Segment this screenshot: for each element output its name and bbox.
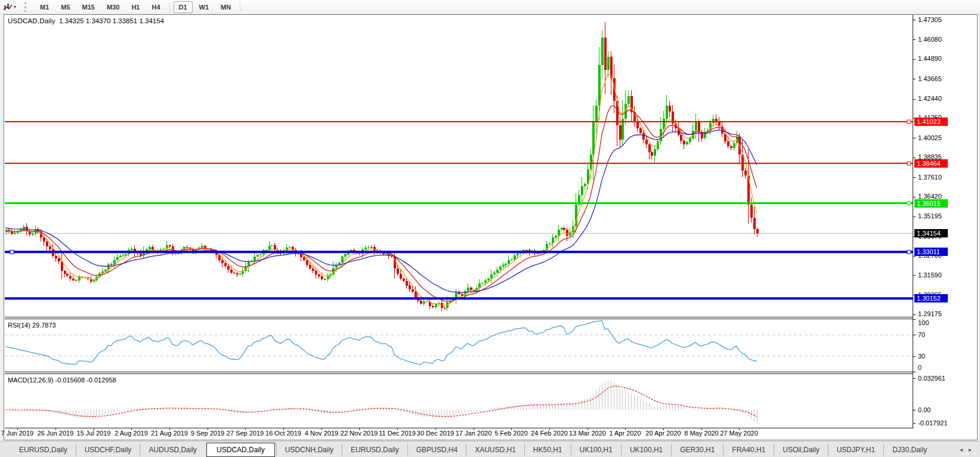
tab-ger30-h1-11[interactable]: GER30,H1: [671, 443, 723, 456]
price-tick-label: 1.29175: [918, 310, 942, 318]
pane-divider[interactable]: [5, 372, 913, 372]
dropdown-caret-icon[interactable]: ▾: [14, 4, 21, 10]
tab-gbpusd-h4-6[interactable]: GBPUSD,H4: [407, 443, 466, 456]
price-tick-label: 1.43665: [918, 75, 942, 83]
rsi-pane[interactable]: [5, 319, 913, 372]
hline-price-label: 1.36015: [914, 199, 948, 208]
ma-5: [6, 74, 757, 305]
rsi-line: [6, 320, 757, 365]
price-tick-label: 1.44890: [918, 55, 942, 63]
symbol-tab-bar: EURUSD,DailyUSDCHF,DailyAUDUSD,DailyUSDC…: [0, 441, 980, 457]
price-tick: [913, 256, 916, 257]
price-tick: [913, 39, 916, 40]
rsi-tick: [913, 319, 916, 320]
date-label: 24 Feb 2020: [531, 430, 568, 437]
date-label: 17 Jan 2020: [456, 430, 492, 437]
tab-hk50-h1-8[interactable]: HK50,H1: [524, 443, 571, 456]
pane-divider: [5, 319, 913, 319]
date-axis-separator: [5, 428, 913, 428]
timeframe-button-h4[interactable]: H4: [146, 1, 165, 13]
price-tick: [913, 59, 916, 60]
pane-divider: [5, 373, 913, 374]
hline-price-label: 1.33011: [914, 248, 948, 256]
date-label: 22 Nov 2019: [341, 430, 378, 437]
tab-usdjpy-h1-14[interactable]: USDJPY,H1: [828, 443, 883, 456]
tab-eurusd-daily-0[interactable]: EURUSD,Daily: [11, 443, 76, 456]
timeframe-button-m5[interactable]: M5: [55, 1, 75, 13]
date-label: 4 Nov 2019: [305, 430, 338, 437]
rsi-tick: [913, 335, 916, 335]
top-toolbar: ▾ M1M5M15M30H1H4D1W1MN: [0, 0, 980, 14]
macd-tick-label: 0.00: [918, 406, 930, 414]
indicator-tool-icon[interactable]: [2, 2, 14, 13]
tab-scroll-left-icon[interactable]: ◂: [960, 446, 963, 453]
tab-usoil-daily-13[interactable]: USOil,Daily: [774, 443, 827, 456]
timeframe-button-d1[interactable]: D1: [174, 1, 193, 13]
tab-audusd-daily-2[interactable]: AUDUSD,Daily: [140, 443, 205, 456]
date-label: 2 Aug 2019: [115, 430, 148, 437]
timeframe-button-h1[interactable]: H1: [126, 1, 145, 13]
main-price-pane[interactable]: [5, 15, 913, 317]
price-tick-label: 1.47305: [918, 16, 942, 24]
macd-tick: [913, 378, 916, 379]
tab-uk100-h1-10[interactable]: UK100,H1: [621, 443, 671, 456]
price-tick: [913, 217, 916, 217]
toolbar-separator: [240, 2, 240, 12]
tab-uk100-h1-9[interactable]: UK100,H1: [571, 443, 621, 456]
rsi-tick-label: 30: [918, 353, 925, 360]
price-tick: [913, 79, 916, 79]
timeframe-toolbar: M1M5M15M30H1H4D1W1MN: [34, 0, 243, 14]
price-tick: [913, 138, 916, 138]
rsi-tick-label: 70: [918, 331, 925, 339]
date-label: 20 Apr 2020: [645, 430, 681, 437]
date-label: 21 Aug 2019: [151, 430, 188, 437]
price-tick-label: 1.40025: [918, 134, 942, 142]
date-label: 5 Feb 2020: [494, 430, 528, 437]
timeframe-button-m15[interactable]: M15: [77, 1, 100, 13]
toolbar-drag-handle[interactable]: [24, 2, 29, 12]
price-tick: [913, 197, 916, 197]
date-label: 11 Dec 2019: [379, 430, 416, 437]
date-label: 8 May 2020: [684, 430, 718, 437]
tab-xauusd-h1-7[interactable]: XAUUSD,H1: [466, 443, 524, 456]
chart-ohlc-values: 1.34325 1.34370 1.33851 1.34154: [59, 17, 164, 24]
tab-scroll-right-icon[interactable]: ▸: [969, 446, 972, 453]
timeframe-button-mn[interactable]: MN: [215, 1, 236, 13]
rsi-tick-label: 100: [918, 319, 929, 327]
timeframe-button-m1[interactable]: M1: [35, 1, 54, 13]
hline-price-label: 1.38464: [914, 159, 948, 168]
macd-tick-label: 0.032961: [918, 375, 945, 382]
price-tick: [913, 275, 916, 276]
rsi-tick: [913, 372, 916, 372]
tab-usdchf-daily-1[interactable]: USDCHF,Daily: [76, 443, 140, 456]
tab-eurusd-daily-5[interactable]: EURUSD,Daily: [342, 443, 407, 456]
price-tick: [913, 314, 916, 315]
timeframe-button-w1[interactable]: W1: [194, 1, 215, 13]
macd-tick: [913, 410, 916, 410]
candlesticks: [5, 22, 759, 311]
ma-24: [6, 130, 757, 292]
price-tick-label: 1.37610: [918, 174, 942, 181]
date-label: 1 Apr 2020: [609, 430, 641, 437]
date-label: 15 Jul 2019: [77, 430, 111, 437]
chart-title: USDCAD,Daily 1.34325 1.34370 1.33851 1.3…: [8, 17, 164, 24]
macd-tick-label: -0.017921: [918, 419, 948, 427]
price-tick: [913, 177, 916, 178]
price-tick-label: 1.42440: [918, 95, 942, 103]
tab-fra40-h1-12[interactable]: FRA40,H1: [723, 443, 774, 456]
macd-label: MACD(12,26,9) -0.015608 -0.012958: [8, 376, 116, 384]
timeframe-button-m30[interactable]: M30: [101, 1, 125, 13]
date-label: 16 Oct 2019: [265, 430, 301, 437]
price-tick: [913, 20, 916, 20]
tab-dj30-daily-15[interactable]: DJ30,Daily: [883, 443, 935, 456]
pane-divider[interactable]: [5, 317, 913, 317]
chart-symbol-label: USDCAD,Daily: [8, 17, 55, 24]
date-label: 27 May 2020: [720, 430, 758, 437]
current-price-label: 1.34154: [914, 229, 948, 237]
rsi-label: RSI(14) 29.7873: [8, 322, 56, 329]
tab-usdcnh-daily-4[interactable]: USDCNH,Daily: [276, 443, 342, 456]
macd-pane[interactable]: [5, 374, 913, 427]
tab-usdcad-daily-3[interactable]: USDCAD,Daily: [206, 443, 275, 457]
macd-tick: [913, 423, 916, 424]
toolbar-separator: [169, 2, 170, 12]
